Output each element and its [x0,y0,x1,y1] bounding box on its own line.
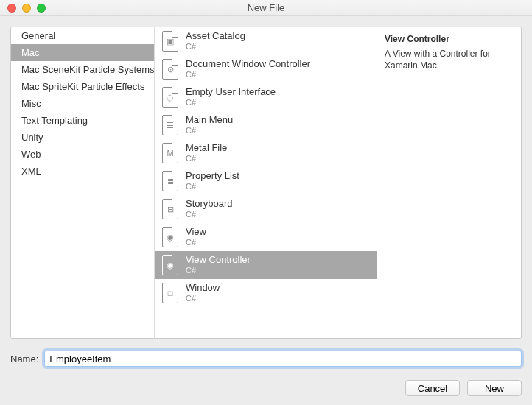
template-item[interactable]: ◉View ControllerC# [155,251,377,279]
category-item[interactable]: Web [11,146,154,163]
template-item[interactable]: ⊙Document Window ControllerC# [155,55,377,83]
detail-title: View Controller [385,33,514,45]
titlebar: New File [0,0,532,16]
template-title: View [186,227,206,238]
name-label: Name: [10,353,38,364]
template-subtitle: C# [186,42,245,52]
dialog-body: GeneralMacMac SceneKit Particle SystemsM… [0,16,532,405]
detail-pane: View Controller A View with a Controller… [377,27,521,338]
template-item[interactable]: ☰Main MenuC# [155,111,377,139]
file-type-glyph: ☰ [167,122,174,130]
file-type-glyph: ◉ [167,261,174,270]
template-subtitle: C# [186,294,220,303]
template-title: Window [186,283,220,294]
template-texts: View ControllerC# [186,255,251,275]
property-list-icon: ≣ [162,171,178,191]
template-subtitle: C# [186,210,233,219]
file-type-glyph: ◌ [167,94,174,102]
document-window-controller-icon: ⊙ [162,59,178,80]
template-texts: Asset CatalogC# [186,31,245,52]
view-controller-icon: ◉ [162,255,178,275]
template-texts: Main MenuC# [186,115,233,135]
category-item[interactable]: Mac SceneKit Particle Systems [11,61,154,78]
template-title: Empty User Interface [186,87,276,98]
template-texts: Document Window ControllerC# [186,59,310,80]
template-item[interactable]: ⊟StoryboardC# [155,195,377,223]
close-window-button[interactable] [7,4,16,13]
empty-ui-icon: ◌ [162,87,178,108]
category-item[interactable]: Unity [11,129,154,146]
new-file-dialog: New File GeneralMacMac SceneKit Particle… [0,0,532,405]
template-title: Storyboard [186,199,233,210]
name-input[interactable] [44,351,522,367]
template-title: View Controller [186,255,251,266]
template-list[interactable]: ▣Asset CatalogC#⊙Document Window Control… [155,27,377,338]
template-texts: StoryboardC# [186,199,233,219]
new-button[interactable]: New [467,380,522,396]
metal-file-icon: M [162,143,178,163]
template-subtitle: C# [186,266,251,275]
template-texts: Property ListC# [186,171,239,191]
window-icon: □ [162,283,178,303]
template-item[interactable]: MMetal FileC# [155,139,377,167]
button-row: Cancel New [10,380,522,396]
template-texts: Metal FileC# [186,143,227,163]
template-item[interactable]: ◌Empty User InterfaceC# [155,83,377,111]
zoom-window-button[interactable] [37,4,46,13]
template-subtitle: C# [186,126,233,135]
storyboard-icon: ⊟ [162,199,178,219]
view-icon: ◉ [162,227,178,247]
category-item[interactable]: General [11,27,154,44]
detail-description: A View with a Controller for Xamarin.Mac… [385,48,514,71]
template-texts: ViewC# [186,227,206,247]
template-subtitle: C# [186,154,227,163]
category-item[interactable]: Misc [11,95,154,112]
category-list[interactable]: GeneralMacMac SceneKit Particle SystemsM… [11,27,155,338]
template-item[interactable]: ▣Asset CatalogC# [155,27,377,55]
template-title: Property List [186,171,239,182]
template-texts: WindowC# [186,283,220,303]
cancel-button[interactable]: Cancel [405,380,460,396]
template-subtitle: C# [186,182,239,191]
template-item[interactable]: □WindowC# [155,279,377,307]
template-texts: Empty User InterfaceC# [186,87,276,108]
template-item[interactable]: ≣Property ListC# [155,167,377,195]
template-item[interactable]: ◉ViewC# [155,223,377,251]
category-item[interactable]: Mac SpriteKit Particle Effects [11,78,154,95]
template-title: Document Window Controller [186,59,310,70]
template-subtitle: C# [186,70,310,80]
file-type-glyph: ⊟ [167,205,174,214]
asset-catalog-icon: ▣ [162,31,178,52]
window-title: New File [6,2,526,13]
category-item[interactable]: XML [11,163,154,180]
category-item[interactable]: Text Templating [11,112,154,129]
template-title: Metal File [186,143,227,154]
file-type-glyph: ⊙ [167,66,174,74]
template-title: Main Menu [186,115,233,126]
template-subtitle: C# [186,98,276,108]
file-type-glyph: ≣ [167,177,174,186]
main-menu-icon: ☰ [162,115,178,135]
template-title: Asset Catalog [186,31,245,42]
panels: GeneralMacMac SceneKit Particle SystemsM… [10,27,522,339]
minimize-window-button[interactable] [22,4,31,13]
window-controls [7,4,46,13]
file-type-glyph: ◉ [167,233,174,242]
file-type-glyph: M [167,149,173,158]
file-type-glyph: □ [168,289,173,297]
name-row: Name: [10,351,522,367]
template-subtitle: C# [186,238,206,247]
category-item[interactable]: Mac [11,44,154,61]
file-type-glyph: ▣ [167,38,174,46]
